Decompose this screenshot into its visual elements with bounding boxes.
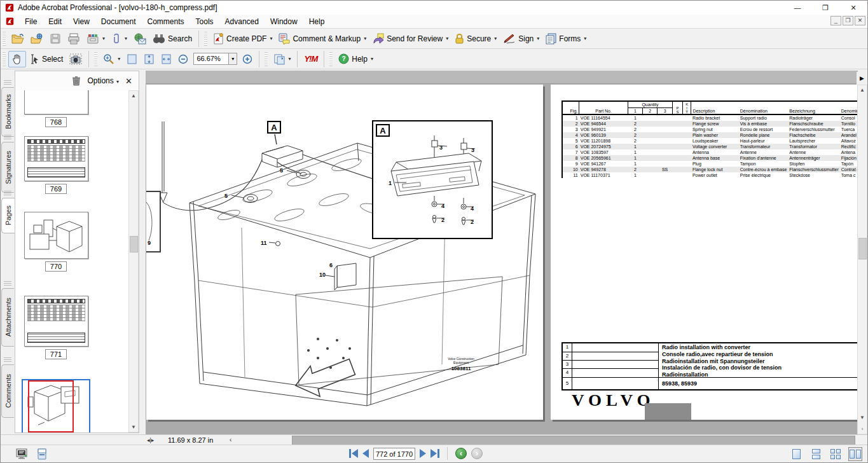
menu-window[interactable]: Window (265, 15, 303, 28)
parts-table-row: 4VOE 9601392Plain washerRondelle planeFl… (562, 132, 858, 138)
search-button[interactable]: Search (149, 31, 195, 46)
page-number-field[interactable]: 772 of 1770 (373, 448, 415, 460)
zoom-level-dropdown[interactable]: ▾ (229, 53, 237, 65)
hscroll-left-arrow[interactable]: ‹ (230, 436, 231, 443)
cell-qty: 1 (628, 114, 642, 121)
sidebar-tab-bookmarks[interactable]: Bookmarks (1, 87, 14, 137)
trash-icon[interactable] (72, 76, 81, 86)
close-button[interactable]: ✕ (839, 1, 867, 15)
open-web-button[interactable] (27, 31, 46, 47)
toolbar-overflow-button[interactable]: ▶ (857, 72, 867, 85)
menu-tools[interactable]: Tools (190, 15, 219, 28)
previous-page-button[interactable] (362, 449, 369, 458)
help-button[interactable]: ?Help▾ (335, 51, 376, 67)
toolbar-grip[interactable] (265, 52, 268, 66)
mdi-restore-button[interactable]: ❐ (843, 16, 853, 25)
secure-button[interactable]: Secure▾ (451, 31, 500, 47)
restore-button[interactable]: ❐ (811, 1, 839, 15)
send-for-review-button[interactable]: Send for Review▾ (369, 31, 451, 47)
hand-tool-button[interactable] (8, 51, 26, 67)
scroll-right-arrow[interactable]: › (858, 424, 867, 434)
menu-help[interactable]: Help (303, 15, 331, 28)
scroll-up-arrow[interactable]: ▲ (858, 85, 867, 95)
mdi-minimize-button[interactable]: _ (830, 16, 841, 25)
continuous-facing-button[interactable] (829, 447, 843, 461)
print-button[interactable] (64, 31, 83, 47)
sign-button[interactable]: Sign▾ (500, 31, 542, 46)
open-button[interactable] (8, 31, 27, 47)
yim-button[interactable]: Y!M (301, 52, 320, 66)
cell-fig: 10 (562, 167, 579, 172)
toolbar-grip[interactable] (204, 32, 207, 46)
pages-panel-scrollbar[interactable]: ▲ ▼ (128, 90, 139, 432)
next-page-button[interactable] (420, 449, 426, 458)
menu-view[interactable]: View (67, 15, 95, 28)
fit-page-button[interactable] (141, 51, 158, 67)
cell-es: Tuerca (840, 127, 858, 132)
previous-view-button[interactable]: ‹ (455, 448, 467, 459)
first-page-button[interactable] (349, 449, 358, 458)
mdi-close-button[interactable]: ✕ (855, 16, 865, 25)
comment-markup-button[interactable]: Comment & Markup▾ (275, 31, 369, 47)
menu-advanced[interactable]: Advanced (219, 15, 265, 28)
sidebar-tab-pages[interactable]: Pages (1, 198, 15, 233)
toolbar-grip[interactable] (3, 52, 6, 66)
hscroll-thumb[interactable] (292, 436, 855, 445)
menu-edit[interactable]: Edit (43, 15, 67, 28)
page-thumbnail-769[interactable] (24, 136, 88, 181)
page-thumbnail-770[interactable] (24, 212, 88, 259)
col-header-ps: P S (672, 101, 682, 114)
select-tool-button[interactable]: Select (26, 52, 66, 67)
sidebar-tab-comments[interactable]: Comments (1, 364, 14, 418)
toolbar-grip[interactable] (3, 32, 6, 46)
page-thumbnail-label[interactable]: 768 (45, 117, 67, 127)
panel-splitter-icon[interactable]: ◂|▸ (147, 437, 154, 443)
cell-ps (672, 161, 682, 167)
page-thumbnail-772[interactable] (22, 379, 90, 432)
forms-label: Forms (559, 34, 581, 43)
scroll-down-arrow[interactable]: ▼ (858, 413, 867, 422)
last-page-button[interactable] (431, 449, 439, 458)
zoom-tool-button[interactable]: ▾ (100, 51, 123, 67)
scrollbar-thumb[interactable] (858, 238, 867, 259)
toolbar-grip[interactable] (94, 52, 97, 66)
snapshot-button[interactable] (66, 51, 85, 67)
create-pdf-button[interactable]: Create PDF▾ (210, 31, 275, 47)
menu-file[interactable]: File (19, 15, 43, 28)
page-thumbnail-771[interactable] (24, 296, 88, 347)
drive-icon[interactable] (37, 448, 47, 460)
actual-size-button[interactable] (123, 51, 141, 67)
menu-comments[interactable]: Comments (142, 15, 190, 28)
fit-width-button[interactable] (158, 51, 175, 67)
document-vertical-scrollbar[interactable]: ▲ ▼ › (857, 85, 867, 434)
zoom-in-button[interactable] (239, 52, 256, 67)
zoom-level-field[interactable]: 66.67% (193, 53, 229, 65)
page-display-button[interactable]: ▾ (270, 51, 294, 67)
page-thumbnail-label[interactable]: 770 (45, 261, 67, 272)
scroll-down-arrow[interactable]: ▼ (129, 422, 138, 432)
toolbar-grip[interactable] (329, 52, 333, 66)
zoom-out-button[interactable] (175, 52, 191, 67)
next-view-button[interactable]: › (471, 448, 483, 459)
sidebar-tab-signatures[interactable]: Signatures (1, 142, 14, 193)
cell-q2 (643, 121, 658, 127)
panel-close-button[interactable]: ✕ (125, 76, 132, 86)
page-thumbnail-768[interactable] (24, 90, 88, 114)
screen-mode-icon[interactable] (16, 448, 29, 460)
organizer-button[interactable]: ▾ (83, 31, 108, 47)
scrollbar-thumb[interactable] (130, 236, 138, 252)
minimize-button[interactable]: — (783, 1, 811, 15)
sidebar-tab-attachments[interactable]: Attachments (1, 288, 14, 347)
continuous-page-button[interactable] (809, 447, 823, 461)
menu-document[interactable]: Document (95, 15, 142, 28)
options-menu-button[interactable]: Options ▾ (87, 76, 119, 85)
forms-button[interactable]: Forms▾ (542, 31, 589, 47)
save-button[interactable] (46, 31, 64, 47)
page-thumbnail-label[interactable]: 771 (45, 349, 67, 359)
attach-button[interactable]: ▾ (108, 31, 130, 47)
facing-pages-button[interactable] (848, 447, 862, 461)
single-page-button[interactable] (789, 447, 803, 461)
email-button[interactable] (130, 31, 149, 47)
scroll-up-arrow[interactable]: ▲ (129, 91, 138, 100)
page-thumbnail-label[interactable]: 769 (45, 184, 67, 194)
